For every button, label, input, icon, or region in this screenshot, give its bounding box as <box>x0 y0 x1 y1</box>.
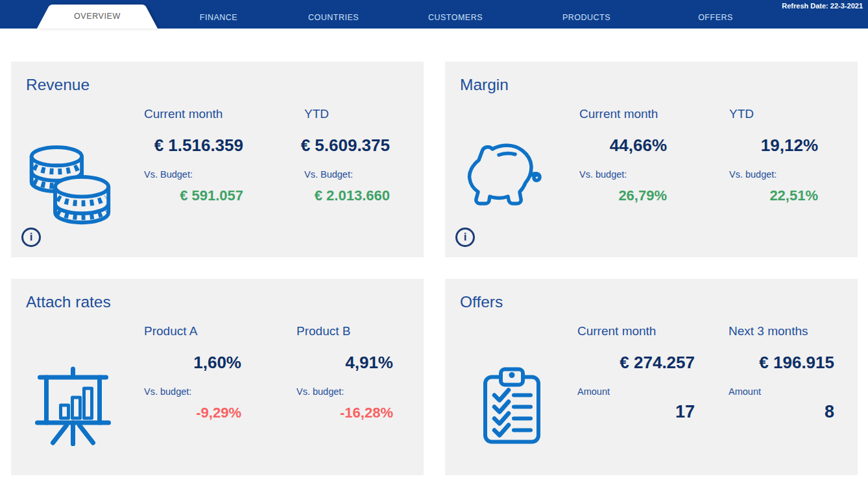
kpi-column: Current month € 274.257 Amount 17 <box>577 279 695 475</box>
kpi-value: 44,66% <box>610 135 667 156</box>
refresh-date: Refresh Date: 22-3-2021 <box>782 2 863 10</box>
tab-products[interactable]: PRODUCTS <box>562 13 610 22</box>
kpi-column: YTD 19,12% Vs. budget: 22,51% <box>729 62 818 257</box>
info-icon[interactable]: i <box>21 228 41 247</box>
card-title: Revenue <box>26 76 90 94</box>
kpi-column: Product A 1,60% Vs. budget: -9,29% <box>144 279 241 475</box>
column-header: Current month <box>144 107 223 121</box>
revenue-card: Revenue Current month € 1.516.3 <box>11 62 424 257</box>
kpi-value: 19,12% <box>761 135 818 156</box>
kpi-value: € 196.915 <box>759 353 834 373</box>
delta-label: Vs. budget: <box>296 386 344 397</box>
tab-customers[interactable]: CUSTOMERS <box>428 13 483 22</box>
card-title: Attach rates <box>26 293 111 311</box>
delta-value: -9,29% <box>196 405 241 421</box>
tab-finance[interactable]: FINANCE <box>200 13 237 22</box>
info-icon-glyph: i <box>30 231 33 243</box>
kpi-value: € 1.516.359 <box>154 135 243 156</box>
tab-countries[interactable]: COUNTRIES <box>308 13 359 22</box>
kpi-column: Current month € 1.516.359 Vs. Budget: € … <box>144 62 243 257</box>
delta-label: Vs. budget: <box>579 169 627 180</box>
tab-overview-label: OVERVIEW <box>37 12 158 21</box>
column-header: YTD <box>304 107 329 121</box>
delta-label: Amount <box>729 386 761 397</box>
delta-label: Vs. budget: <box>144 386 191 397</box>
column-header: Product A <box>144 324 197 338</box>
delta-value: 22,51% <box>769 187 818 204</box>
delta-label: Vs. Budget: <box>304 169 353 180</box>
kpi-value: € 5.609.375 <box>301 135 390 156</box>
info-icon-glyph: i <box>464 231 467 243</box>
column-header: Next 3 months <box>729 324 808 338</box>
tab-overview[interactable]: OVERVIEW <box>37 5 158 29</box>
delta-value: -16,28% <box>340 405 393 421</box>
delta-label: Amount <box>577 386 610 397</box>
kpi-value: € 274.257 <box>620 353 695 373</box>
coins-icon <box>20 138 121 226</box>
info-icon[interactable]: i <box>455 228 475 247</box>
kpi-column: Next 3 months € 196.915 Amount 8 <box>729 279 834 475</box>
column-header: Product B <box>296 324 350 338</box>
delta-value: € 2.013.660 <box>315 187 390 204</box>
piggy-bank-icon <box>459 139 557 214</box>
delta-value: 26,79% <box>618 187 667 204</box>
delta-label: Vs. Budget: <box>144 169 193 180</box>
offers-card: Offers Current month <box>445 279 858 475</box>
kpi-column: Current month 44,66% Vs. budget: 26,79% <box>579 62 667 257</box>
column-header: YTD <box>729 107 754 121</box>
top-nav-bar: Refresh Date: 22-3-2021 OVERVIEW FINANCE… <box>0 0 868 29</box>
delta-value: € 591.057 <box>180 187 243 204</box>
attach-rates-card: Attach rates Product A <box>11 279 424 475</box>
kpi-value: 1,60% <box>193 353 241 373</box>
tab-offers[interactable]: OFFERS <box>698 13 733 22</box>
card-title: Margin <box>460 76 509 94</box>
kpi-value: 4,91% <box>345 353 393 373</box>
column-header: Current month <box>579 107 658 121</box>
delta-label: Vs. budget: <box>729 169 777 180</box>
kpi-column: YTD € 5.609.375 Vs. Budget: € 2.013.660 <box>304 62 390 257</box>
card-title: Offers <box>460 293 503 311</box>
delta-value: 17 <box>675 402 695 422</box>
margin-card: Margin Current month 44,66% Vs. budget: … <box>445 62 858 257</box>
delta-value: 8 <box>825 402 834 422</box>
dashboard: Refresh Date: 22-3-2021 OVERVIEW FINANCE… <box>0 0 868 483</box>
kpi-column: Product B 4,91% Vs. budget: -16,28% <box>296 279 393 475</box>
presentation-chart-icon <box>29 365 117 446</box>
column-header: Current month <box>577 324 656 338</box>
clipboard-checklist-icon <box>475 360 549 451</box>
